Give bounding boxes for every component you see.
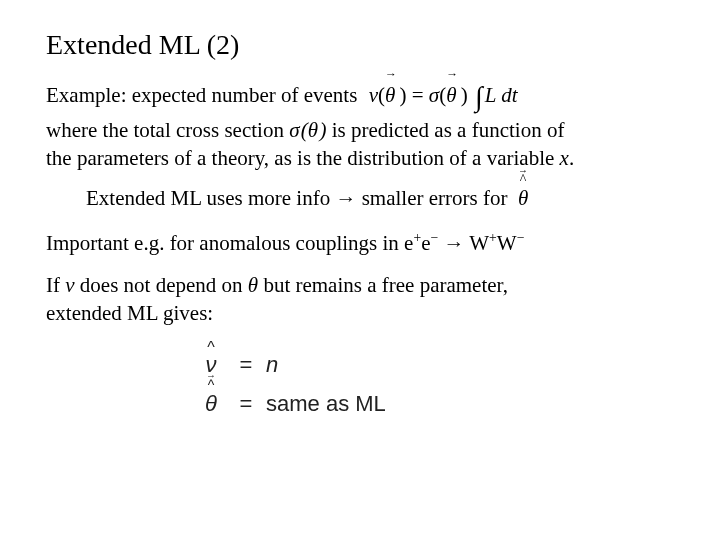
paragraph-1: Example: expected number of events ν(θ )… — [46, 78, 674, 172]
equals-1: = — [226, 350, 266, 380]
equals-2: = — [226, 389, 266, 419]
p4-d: extended ML gives: — [46, 301, 213, 325]
equation-theta: θ = same as ML — [196, 389, 674, 419]
p1-lead: Example: expected number of events — [46, 83, 357, 107]
p4-c: but remains a free parameter, — [258, 273, 508, 297]
paragraph-3: Important e.g. for anomalous couplings i… — [46, 229, 674, 257]
p3-a: Important e.g. for anomalous couplings i… — [46, 231, 413, 255]
formula-nu-sigma-int: ν(θ ) = σ(θ ) ∫L dt — [369, 78, 518, 116]
p4-b: does not depend on — [75, 273, 248, 297]
p3-c: → W — [438, 231, 489, 255]
p2-text: Extended ML uses more info → smaller err… — [86, 186, 507, 210]
integral-icon: ∫ — [475, 78, 483, 116]
var-x: x — [560, 146, 569, 170]
equation-block: ν = n θ = same as ML — [196, 350, 674, 419]
slide: Extended ML (2) Example: expected number… — [0, 0, 720, 449]
sym-theta-2: θ — [248, 273, 258, 297]
sup-plus-2: + — [489, 230, 497, 245]
sigma-theta: σ (θ ) — [289, 118, 326, 142]
sym-nu: ν — [369, 83, 378, 107]
theta-hat-vec-2: θ — [205, 389, 217, 419]
equation-nu: ν = n — [196, 350, 674, 380]
paragraph-4: If ν does not depend on θ but remains a … — [46, 271, 674, 328]
p1-line3b: . — [569, 146, 574, 170]
p1-line3a: the parameters of a theory, as is the di… — [46, 146, 560, 170]
sym-Ldt: L dt — [485, 83, 518, 107]
eq-theta-rhs: same as ML — [266, 389, 386, 419]
sup-minus-1: − — [430, 230, 438, 245]
p3-d: W — [497, 231, 517, 255]
sym-theta-vec: θ — [385, 81, 395, 109]
slide-title: Extended ML (2) — [46, 26, 674, 64]
sup-minus-2: − — [517, 230, 525, 245]
p4-a: If — [46, 273, 65, 297]
sup-plus-1: + — [413, 230, 421, 245]
sym-nu-2: ν — [65, 273, 74, 297]
sym-sigma: σ — [429, 83, 439, 107]
theta-hat-vec: θ — [518, 184, 528, 212]
p1-line2a: where the total cross section — [46, 118, 289, 142]
eq-nu-rhs: n — [266, 352, 278, 377]
paragraph-2: Extended ML uses more info → smaller err… — [86, 184, 674, 212]
sym-theta-vec-2: θ — [446, 81, 456, 109]
p1-line2b: is predicted as a function of — [326, 118, 564, 142]
